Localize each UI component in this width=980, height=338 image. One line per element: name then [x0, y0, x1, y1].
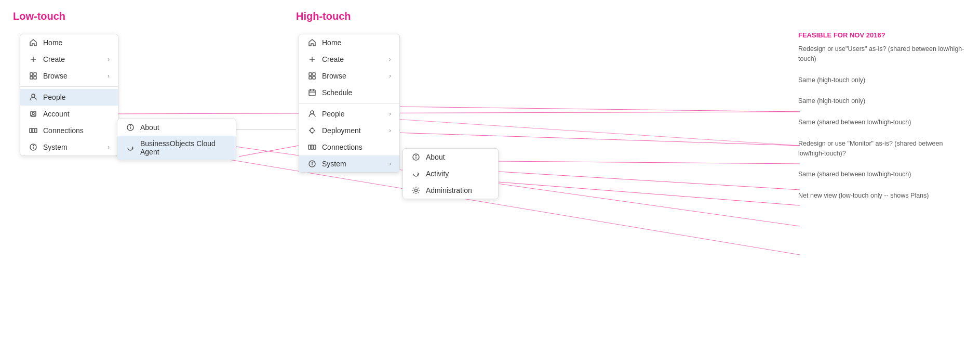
high-touch-about-label: About [426, 153, 445, 161]
svg-rect-15 [34, 73, 36, 75]
low-touch-title: Low-touch [13, 10, 65, 22]
low-touch-account-label: Account [43, 110, 70, 118]
high-touch-connections[interactable]: Connections [299, 139, 399, 155]
svg-rect-16 [30, 76, 33, 79]
svg-rect-35 [313, 76, 315, 79]
high-touch-about[interactable]: About [403, 149, 498, 165]
svg-rect-32 [309, 73, 312, 75]
low-touch-browse[interactable]: Browse › [20, 68, 118, 84]
info-icon [29, 142, 38, 152]
chevron-right-icon: › [108, 144, 110, 151]
high-touch-system-submenu: About Activity Administration [402, 148, 499, 199]
browse-icon [29, 71, 38, 81]
svg-line-0 [114, 112, 800, 114]
high-touch-browse[interactable]: Browse › [299, 68, 399, 84]
connections-icon [307, 142, 317, 152]
svg-rect-33 [313, 73, 315, 75]
info-circle-icon [126, 123, 135, 132]
chevron-right-icon: › [108, 72, 110, 80]
menu-divider [20, 86, 118, 87]
svg-point-51 [312, 162, 313, 163]
low-touch-system-label: System [43, 143, 68, 151]
info-circle-icon [411, 152, 421, 162]
high-touch-title: High-touch [296, 10, 351, 22]
low-touch-system-submenu: About BusinessObjects Cloud Agent [117, 119, 236, 160]
browse-icon [307, 71, 317, 81]
plus-icon [307, 55, 317, 64]
low-touch-about[interactable]: About [117, 119, 236, 136]
menu-divider [299, 103, 399, 103]
high-touch-create-label: Create [322, 55, 344, 63]
low-touch-bizobjects[interactable]: BusinessObjects Cloud Agent [117, 136, 236, 160]
low-touch-connections-label: Connections [43, 126, 84, 135]
high-touch-schedule[interactable]: Schedule [299, 84, 399, 101]
svg-rect-21 [30, 128, 32, 133]
svg-rect-48 [314, 145, 316, 149]
chevron-right-icon: › [389, 160, 391, 167]
low-touch-people[interactable]: People [20, 89, 118, 106]
annotation-5: Redesign or use "Monitor" as-is? (shared… [798, 139, 964, 159]
svg-point-41 [310, 128, 314, 133]
high-touch-activity-label: Activity [426, 170, 449, 178]
high-touch-system-label: System [322, 160, 346, 168]
high-touch-administration[interactable]: Administration [403, 182, 498, 199]
svg-point-26 [33, 146, 34, 146]
svg-rect-47 [311, 145, 313, 149]
high-touch-system[interactable]: System › [299, 155, 399, 172]
low-touch-create[interactable]: Create › [20, 51, 118, 68]
low-touch-system[interactable]: System › [20, 139, 118, 155]
svg-point-54 [416, 155, 417, 156]
chevron-right-icon: › [389, 127, 391, 134]
low-touch-about-label: About [140, 123, 159, 132]
svg-rect-22 [32, 128, 34, 133]
high-touch-browse-label: Browse [322, 72, 346, 80]
svg-line-3 [395, 107, 800, 112]
high-touch-schedule-label: Schedule [322, 88, 352, 97]
bizobjects-icon [126, 143, 135, 152]
home-icon [307, 38, 317, 47]
svg-rect-34 [309, 76, 312, 79]
person-icon [29, 93, 38, 102]
high-touch-people-label: People [322, 110, 345, 118]
high-touch-home[interactable]: Home [299, 34, 399, 51]
low-touch-create-label: Create [43, 55, 65, 63]
svg-rect-17 [34, 76, 36, 79]
low-touch-connections[interactable]: Connections [20, 122, 118, 139]
svg-point-40 [311, 111, 314, 114]
annotation-2: Same (high-touch only) [798, 75, 964, 85]
high-touch-menu: Home Create › Browse › [299, 34, 400, 173]
svg-point-29 [130, 126, 131, 126]
annotation-4: Same (shared between low/high-touch) [798, 118, 964, 127]
annotation-3: Same (high-touch only) [798, 96, 964, 106]
schedule-icon [307, 88, 317, 97]
svg-line-10 [395, 119, 800, 146]
low-touch-home[interactable]: Home [20, 34, 118, 51]
svg-rect-23 [35, 128, 37, 133]
svg-point-18 [32, 94, 35, 97]
annotations-title: FEASIBLE FOR NOV 2016? [798, 31, 964, 39]
low-touch-people-label: People [43, 93, 66, 101]
high-touch-deployment[interactable]: Deployment › [299, 122, 399, 139]
person-icon [307, 109, 317, 119]
activity-icon [411, 169, 421, 178]
svg-rect-46 [308, 145, 311, 149]
gear-icon [411, 186, 421, 195]
high-touch-create[interactable]: Create › [299, 51, 399, 68]
high-touch-deployment-label: Deployment [322, 126, 361, 135]
deployment-icon [307, 126, 317, 135]
chevron-right-icon: › [108, 56, 110, 63]
low-touch-account[interactable]: Account [20, 106, 118, 122]
low-touch-menu: Home Create › Browse › [20, 34, 118, 156]
svg-line-6 [499, 172, 800, 190]
svg-line-7 [499, 182, 800, 205]
annotation-1: Redesign or use"Users" as-is? (shared be… [798, 44, 964, 64]
plus-icon [29, 55, 38, 64]
annotations-panel: FEASIBLE FOR NOV 2016? Redesign or use"U… [798, 31, 964, 212]
info-icon [307, 159, 317, 168]
account-icon [29, 109, 38, 119]
low-touch-bizobjects-label: BusinessObjects Cloud Agent [140, 139, 227, 156]
annotation-7: Net new view (low-touch only -- shows Pl… [798, 191, 964, 201]
high-touch-activity[interactable]: Activity [403, 165, 498, 182]
high-touch-people[interactable]: People › [299, 106, 399, 122]
svg-line-4 [395, 133, 800, 146]
